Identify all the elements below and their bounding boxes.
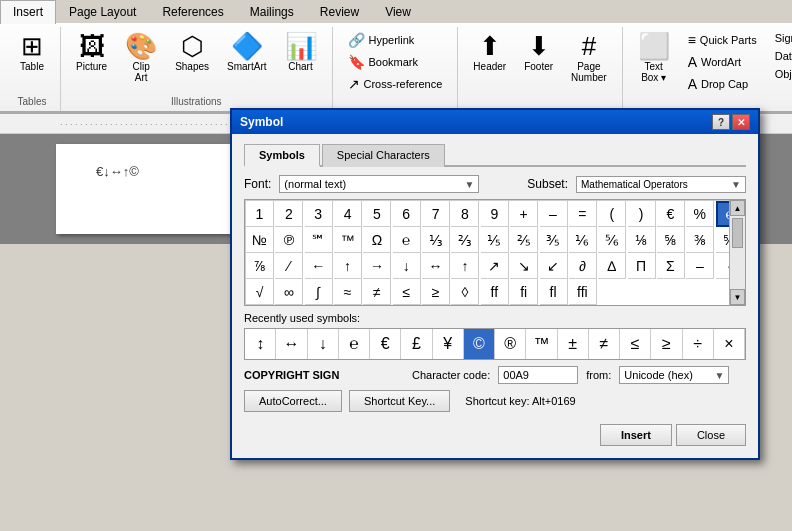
symbol-grid: 123456789+–=()€%℮№℗℠™Ω℮⅓⅔⅕⅖⅗⅙⅚⅛⅝⅜⅝⅞⁄←↑→↓… bbox=[245, 200, 745, 244]
header-button[interactable]: ⬆ Header bbox=[466, 29, 513, 76]
symbol-cell[interactable]: ⅗ bbox=[540, 227, 568, 244]
smartart-button[interactable]: 🔷 SmartArt bbox=[220, 29, 273, 76]
shapes-button[interactable]: ⬡ Shapes bbox=[168, 29, 216, 76]
quick-parts-button[interactable]: ≡ Quick Parts bbox=[681, 29, 764, 51]
dialog-tab-bar: Symbols Special Characters bbox=[244, 142, 746, 167]
ribbon-body: ⊞ Table Tables 🖼 Picture 🎨 ClipArt ⬡ Sh bbox=[0, 23, 792, 113]
quick-parts-icon: ≡ bbox=[688, 32, 696, 48]
wordart-button[interactable]: A WordArt bbox=[681, 51, 764, 73]
tab-view[interactable]: View bbox=[372, 0, 424, 23]
dialog-title: Symbol bbox=[240, 115, 283, 129]
symbol-cell[interactable]: 7 bbox=[422, 201, 450, 227]
tab-special-characters[interactable]: Special Characters bbox=[322, 144, 445, 167]
symbol-grid-container: 123456789+–=()€%℮№℗℠™Ω℮⅓⅔⅕⅖⅗⅙⅚⅛⅝⅜⅝⅞⁄←↑→↓… bbox=[244, 199, 746, 244]
dialog-titlebar: Symbol ? ✕ bbox=[232, 110, 758, 134]
symbol-cell[interactable]: + bbox=[510, 201, 538, 227]
clip-art-button[interactable]: 🎨 ClipArt bbox=[118, 29, 164, 87]
page-number-icon: # bbox=[582, 33, 596, 59]
table-icon: ⊞ bbox=[21, 33, 43, 59]
symbol-cell[interactable]: ™ bbox=[334, 227, 362, 244]
ribbon-group-text: ⬜ TextBox ▾ ≡ Quick Parts A WordArt A Dr… bbox=[623, 27, 792, 111]
dialog-help-button[interactable]: ? bbox=[712, 114, 730, 130]
symbol-cell[interactable]: ) bbox=[628, 201, 656, 227]
symbol-cell[interactable]: ⅝ bbox=[657, 227, 685, 244]
cross-reference-button[interactable]: ↗ Cross-reference bbox=[341, 73, 450, 95]
ribbon-group-tables: ⊞ Table Tables bbox=[4, 27, 61, 111]
bookmark-button[interactable]: 🔖 Bookmark bbox=[341, 51, 450, 73]
font-select[interactable]: (normal text) ▼ bbox=[279, 175, 479, 193]
symbol-cell[interactable]: ⅖ bbox=[510, 227, 538, 244]
dialog-close-button[interactable]: ✕ bbox=[732, 114, 750, 130]
symbol-cell[interactable]: 2 bbox=[275, 201, 303, 227]
tab-symbols[interactable]: Symbols bbox=[244, 144, 320, 167]
symbol-cell[interactable]: 8 bbox=[451, 201, 479, 227]
symbol-cell[interactable]: ℗ bbox=[275, 227, 303, 244]
symbol-cell[interactable]: ⅕ bbox=[481, 227, 509, 244]
symbol-cell[interactable]: 6 bbox=[393, 201, 421, 227]
signature-line-button[interactable]: Signature Line bbox=[768, 29, 792, 47]
hyperlink-icon: 🔗 bbox=[348, 32, 365, 48]
symbol-cell[interactable]: 4 bbox=[334, 201, 362, 227]
shapes-icon: ⬡ bbox=[181, 33, 204, 59]
symbol-dialog: Symbol ? ✕ Symbols Special Characters Fo… bbox=[230, 108, 760, 244]
table-button[interactable]: ⊞ Table bbox=[12, 29, 52, 76]
symbol-cell[interactable]: ⅜ bbox=[686, 227, 714, 244]
text-items: ⬜ TextBox ▾ ≡ Quick Parts A WordArt A Dr… bbox=[631, 29, 792, 109]
hyperlink-button[interactable]: 🔗 Hyperlink bbox=[341, 29, 450, 51]
symbol-cell[interactable]: 1 bbox=[246, 201, 274, 227]
symbol-cell[interactable]: ⅓ bbox=[422, 227, 450, 244]
tab-review[interactable]: Review bbox=[307, 0, 372, 23]
symbol-cell[interactable]: ℮ bbox=[393, 227, 421, 244]
symbol-cell[interactable]: € bbox=[657, 201, 685, 227]
dialog-controls: ? ✕ bbox=[712, 114, 750, 130]
font-subset-row: Font: (normal text) ▼ Subset: Mathematic… bbox=[244, 175, 746, 193]
symbol-cell[interactable]: 5 bbox=[363, 201, 391, 227]
subset-select[interactable]: Mathematical Operators ▼ bbox=[576, 176, 746, 193]
tab-insert[interactable]: Insert bbox=[0, 0, 56, 24]
tab-references[interactable]: References bbox=[149, 0, 236, 23]
ribbon-tab-bar: Insert Page Layout References Mailings R… bbox=[0, 0, 792, 23]
text-col2: Signature Line Date & Time Object bbox=[768, 29, 792, 83]
symbol-cell[interactable]: 9 bbox=[481, 201, 509, 227]
scroll-up-button[interactable]: ▲ bbox=[730, 200, 745, 216]
text-col: ≡ Quick Parts A WordArt A Drop Cap bbox=[681, 29, 764, 95]
picture-icon: 🖼 bbox=[79, 33, 105, 59]
scroll-thumb[interactable] bbox=[732, 218, 743, 244]
symbol-cell[interactable]: Ω bbox=[363, 227, 391, 244]
ribbon-group-illustrations: 🖼 Picture 🎨 ClipArt ⬡ Shapes 🔷 SmartArt … bbox=[61, 27, 333, 111]
page-number-button[interactable]: # PageNumber bbox=[564, 29, 614, 87]
tab-mailings[interactable]: Mailings bbox=[237, 0, 307, 23]
text-box-button[interactable]: ⬜ TextBox ▾ bbox=[631, 29, 677, 87]
symbol-cell[interactable]: № bbox=[246, 227, 274, 244]
wordart-icon: A bbox=[688, 54, 697, 70]
subset-label: Subset: bbox=[527, 177, 568, 191]
cross-reference-icon: ↗ bbox=[348, 76, 360, 92]
ribbon-group-links: 🔗 Hyperlink 🔖 Bookmark ↗ Cross-reference bbox=[333, 27, 459, 111]
header-footer-items: ⬆ Header ⬇ Footer # PageNumber bbox=[466, 29, 613, 109]
chart-button[interactable]: 📊 Chart bbox=[278, 29, 324, 76]
symbol-cell[interactable]: ⅚ bbox=[598, 227, 626, 244]
object-button[interactable]: Object bbox=[768, 65, 792, 83]
font-label: Font: bbox=[244, 177, 271, 191]
symbol-cell[interactable]: = bbox=[569, 201, 597, 227]
symbol-cell[interactable]: ⅔ bbox=[451, 227, 479, 244]
clip-art-icon: 🎨 bbox=[125, 33, 157, 59]
symbol-cell[interactable]: ( bbox=[598, 201, 626, 227]
symbol-cell[interactable]: 3 bbox=[305, 201, 333, 227]
symbol-cell[interactable]: – bbox=[540, 201, 568, 227]
ribbon-group-header-footer: ⬆ Header ⬇ Footer # PageNumber bbox=[458, 27, 622, 111]
symbol-cell[interactable]: ⅛ bbox=[628, 227, 656, 244]
symbol-cell[interactable]: ℠ bbox=[305, 227, 333, 244]
footer-button[interactable]: ⬇ Footer bbox=[517, 29, 560, 76]
symbol-scrollbar[interactable]: ▲ ▼ bbox=[729, 200, 745, 244]
symbol-cell[interactable]: ⅙ bbox=[569, 227, 597, 244]
header-icon: ⬆ bbox=[479, 33, 501, 59]
drop-cap-icon: A bbox=[688, 76, 697, 92]
picture-button[interactable]: 🖼 Picture bbox=[69, 29, 114, 76]
scroll-track bbox=[730, 216, 745, 244]
tab-page-layout[interactable]: Page Layout bbox=[56, 0, 149, 23]
symbol-cell[interactable]: % bbox=[686, 201, 714, 227]
date-time-button[interactable]: Date & Time bbox=[768, 47, 792, 65]
text-box-icon: ⬜ bbox=[638, 33, 670, 59]
drop-cap-button[interactable]: A Drop Cap bbox=[681, 73, 764, 95]
